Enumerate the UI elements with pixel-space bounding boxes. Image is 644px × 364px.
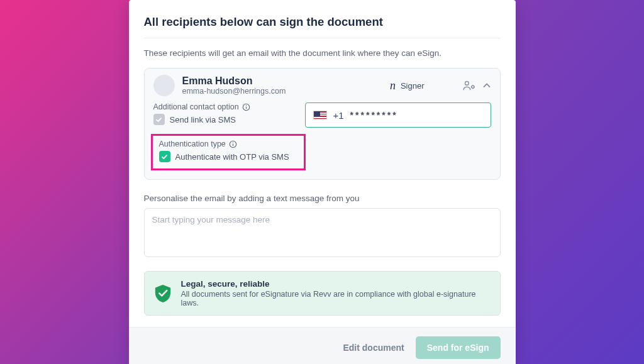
- edit-document-button[interactable]: Edit document: [343, 343, 404, 353]
- auth-otp-checkbox-row[interactable]: Authenticate with OTP via SMS: [159, 151, 297, 162]
- svg-point-0: [465, 82, 469, 85]
- send-for-esign-button[interactable]: Send for eSign: [416, 336, 501, 359]
- auth-heading-text: Authentication type: [159, 140, 226, 148]
- modal-footer: Edit document Send for eSign: [129, 327, 516, 364]
- recipient-settings-icon[interactable]: [462, 80, 476, 91]
- contact-option-heading: Additional contact option: [153, 102, 295, 111]
- send-sms-checkbox-row[interactable]: Send link via SMS: [153, 114, 295, 125]
- auth-highlight: Authentication type: [151, 134, 306, 170]
- info-icon[interactable]: [242, 103, 250, 111]
- auth-heading: Authentication type: [159, 140, 297, 148]
- auth-type-block: Authentication type: [153, 133, 491, 170]
- dial-code: +1: [333, 110, 344, 121]
- send-sms-checkbox[interactable]: [153, 114, 165, 125]
- modal-body: All recipients below can sign the docume…: [129, 0, 516, 316]
- avatar: [153, 75, 175, 96]
- recipient-card: Emma Hudson emma-hudson@herrings.com n S…: [144, 68, 501, 180]
- phone-masked: *********: [350, 110, 398, 120]
- recipient-options: Additional contact option: [145, 100, 500, 179]
- legal-title: Legal, secure, reliable: [181, 279, 491, 289]
- info-icon[interactable]: [229, 140, 237, 148]
- recipient-header: Emma Hudson emma-hudson@herrings.com n S…: [145, 69, 500, 100]
- modal-subtitle: These recipients will get an email with …: [144, 48, 501, 58]
- recipient-role[interactable]: n Signer: [390, 80, 425, 91]
- modal-title: All recipients below can sign the docume…: [144, 15, 501, 38]
- recipient-name: Emma Hudson: [182, 75, 390, 87]
- recipient-email: emma-hudson@herrings.com: [182, 87, 390, 96]
- svg-point-4: [246, 105, 247, 106]
- recipient-identity: Emma Hudson emma-hudson@herrings.com: [182, 75, 390, 96]
- esign-recipients-modal: All recipients below can sign the docume…: [129, 0, 516, 364]
- svg-point-7: [233, 142, 233, 143]
- legal-text: Legal, secure, reliable All documents se…: [181, 279, 491, 307]
- role-label: Signer: [401, 81, 425, 91]
- legal-banner: Legal, secure, reliable All documents se…: [144, 271, 501, 316]
- legal-subtitle: All documents sent for eSignature via Re…: [181, 290, 491, 307]
- personalise-label: Personalise the email by adding a text m…: [144, 194, 501, 203]
- send-sms-label: Send link via SMS: [170, 115, 236, 124]
- flag-us-icon[interactable]: [313, 111, 327, 119]
- message-input[interactable]: [144, 208, 501, 257]
- contact-option-heading-text: Additional contact option: [153, 102, 239, 111]
- recipient-actions: [462, 80, 491, 91]
- phone-input[interactable]: +1 *********: [305, 102, 491, 128]
- contact-option-block: Additional contact option: [153, 102, 295, 125]
- auth-otp-label: Authenticate with OTP via SMS: [175, 152, 289, 162]
- shield-check-icon: [153, 284, 172, 304]
- collapse-icon[interactable]: [482, 81, 491, 90]
- signature-icon: n: [390, 80, 396, 91]
- auth-otp-checkbox[interactable]: [159, 151, 170, 162]
